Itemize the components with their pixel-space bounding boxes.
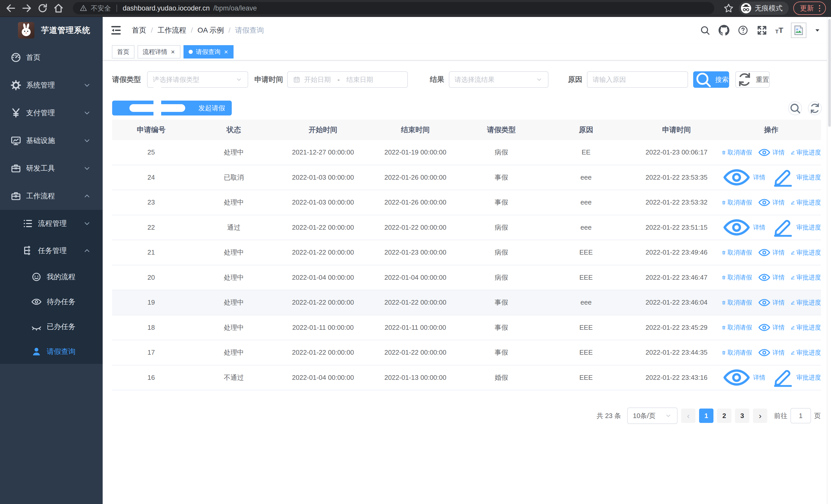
- sidebar-item-研发工具[interactable]: 研发工具: [0, 154, 103, 182]
- cancel-leave-link[interactable]: 取消请假: [721, 349, 752, 357]
- github-icon[interactable]: [718, 25, 729, 36]
- cancel-leave-link[interactable]: 取消请假: [721, 198, 752, 207]
- scrollbar-thumb[interactable]: [828, 19, 831, 127]
- approval-progress-link[interactable]: 审批进度: [791, 148, 821, 156]
- dashboard-icon: [10, 52, 22, 63]
- cell-apply-time: 2022-01-22 23:51:15: [632, 224, 721, 232]
- cancel-leave-link[interactable]: 取消请假: [721, 273, 752, 281]
- approval-progress-link[interactable]: 审批进度: [791, 198, 821, 207]
- browser-back-icon[interactable]: [5, 3, 17, 14]
- font-size-icon[interactable]: TT: [775, 26, 783, 35]
- detail-link[interactable]: 详情: [721, 362, 765, 393]
- detail-link[interactable]: 详情: [757, 321, 784, 334]
- approval-progress-link[interactable]: 审批进度: [791, 349, 821, 357]
- detail-link[interactable]: 详情: [757, 246, 784, 259]
- tab-close-icon[interactable]: ×: [224, 49, 228, 55]
- cell-apply-time: 2022-01-22 23:43:16: [632, 374, 721, 382]
- approval-progress-link[interactable]: 审批进度: [771, 215, 821, 239]
- tab-请假查询[interactable]: 请假查询×: [183, 45, 233, 59]
- detail-link[interactable]: 详情: [757, 271, 784, 284]
- user-menu-caret-icon[interactable]: [814, 27, 821, 34]
- breadcrumb-item[interactable]: OA 示例: [198, 25, 224, 35]
- sidebar-item-待办任务[interactable]: 待办任务: [0, 289, 103, 314]
- page-button-2[interactable]: 2: [717, 409, 732, 423]
- table-row: 21处理中2022-01-22 00:00:002022-01-23 00:00…: [112, 240, 821, 265]
- sidebar-item-请假查询[interactable]: 请假查询: [0, 339, 103, 364]
- avatar[interactable]: [791, 23, 806, 38]
- tab-流程详情[interactable]: 流程详情×: [138, 45, 180, 59]
- sidebar-collapse-icon[interactable]: [110, 24, 122, 36]
- tab-首页[interactable]: 首页: [112, 45, 135, 59]
- fullscreen-icon[interactable]: [756, 25, 768, 36]
- cell-start-time: 2022-01-04 00:00:00: [278, 374, 369, 382]
- briefcase-icon: [10, 190, 22, 202]
- goto-page-input[interactable]: [791, 408, 811, 423]
- apply-time-range-picker[interactable]: 开始日期 - 结束日期: [287, 71, 408, 88]
- cell-id: 20: [112, 273, 190, 281]
- trash-icon: [721, 275, 726, 280]
- reset-button[interactable]: 重置: [735, 71, 770, 88]
- sidebar-item-基础设施[interactable]: 基础设施: [0, 127, 103, 154]
- page-scrollbar[interactable]: [827, 17, 831, 504]
- cancel-leave-link[interactable]: 取消请假: [721, 148, 752, 156]
- browser-home-icon[interactable]: [53, 3, 64, 14]
- approval-progress-link[interactable]: 审批进度: [771, 165, 821, 189]
- tab-close-icon[interactable]: ×: [170, 49, 175, 55]
- sidebar-item-任务管理[interactable]: 任务管理: [0, 237, 103, 264]
- sidebar-item-我的流程[interactable]: 我的流程: [0, 264, 103, 289]
- result-select[interactable]: 请选择流结果: [449, 71, 548, 88]
- sidebar-item-首页[interactable]: 首页: [0, 43, 103, 71]
- column-header-申请编号: 申请编号: [112, 125, 190, 135]
- detail-link[interactable]: 详情: [757, 296, 784, 309]
- page-size-select[interactable]: 10条/页: [627, 408, 678, 424]
- app-logo-row[interactable]: 芋道管理系统: [0, 17, 103, 43]
- approval-progress-link[interactable]: 审批进度: [791, 248, 821, 257]
- apply-time-label: 申请时间: [254, 75, 283, 84]
- sidebar-item-工作流程[interactable]: 工作流程: [0, 182, 103, 210]
- approval-progress-link[interactable]: 审批进度: [791, 298, 821, 307]
- header-search-icon[interactable]: [699, 25, 711, 36]
- cancel-leave-link[interactable]: 取消请假: [721, 248, 752, 257]
- browser-reload-icon[interactable]: [37, 3, 48, 14]
- detail-link[interactable]: 详情: [721, 162, 765, 192]
- address-bar[interactable]: 不安全 dashboard.yudao.iocoder.cn/bpm/oa/le…: [73, 2, 714, 14]
- cell-actions: 详情审批进度: [721, 162, 821, 192]
- detail-link[interactable]: 详情: [757, 196, 784, 209]
- action-label: 审批进度: [796, 173, 821, 181]
- cancel-leave-link[interactable]: 取消请假: [721, 323, 752, 331]
- reason-input[interactable]: [593, 76, 682, 84]
- next-page-button[interactable]: ›: [753, 409, 767, 423]
- page-button-1[interactable]: 1: [699, 409, 713, 423]
- refresh-icon: [808, 102, 821, 115]
- breadcrumb-item[interactable]: 首页: [132, 25, 146, 35]
- pen-icon: [771, 165, 795, 189]
- detail-link[interactable]: 详情: [757, 146, 784, 159]
- prev-page-button[interactable]: ‹: [681, 409, 695, 423]
- create-leave-button[interactable]: 发起请假: [112, 100, 232, 116]
- detail-link[interactable]: 详情: [757, 346, 784, 359]
- browser-menu-icon[interactable]: [818, 5, 822, 11]
- search-button[interactable]: 搜索: [693, 71, 729, 88]
- approval-progress-link[interactable]: 审批进度: [791, 323, 821, 331]
- refresh-table-button[interactable]: [808, 101, 822, 115]
- toggle-search-button[interactable]: [788, 101, 802, 115]
- browser-update-button[interactable]: 更新: [793, 2, 826, 15]
- chev-up-icon: [83, 246, 91, 255]
- bookmark-star-icon[interactable]: [723, 3, 734, 14]
- browser-forward-icon[interactable]: [21, 3, 32, 14]
- action-label: 取消请假: [727, 349, 752, 357]
- table-row: 24已取消2022-01-03 00:00:002022-01-26 00:00…: [112, 165, 821, 190]
- breadcrumb-item[interactable]: 工作流程: [157, 25, 186, 35]
- sidebar-item-支付管理[interactable]: 支付管理: [0, 99, 103, 127]
- approval-progress-link[interactable]: 审批进度: [791, 273, 821, 281]
- sidebar-item-流程管理[interactable]: 流程管理: [0, 210, 103, 237]
- help-icon[interactable]: [737, 25, 749, 36]
- sidebar-item-系统管理[interactable]: 系统管理: [0, 71, 103, 99]
- sidebar-item-已办任务[interactable]: 已办任务: [0, 314, 103, 339]
- page-button-3[interactable]: 3: [735, 409, 749, 423]
- detail-link[interactable]: 详情: [721, 212, 765, 242]
- eye-open-icon: [757, 146, 771, 159]
- approval-progress-link[interactable]: 审批进度: [771, 365, 821, 390]
- pen-icon: [791, 325, 795, 330]
- cancel-leave-link[interactable]: 取消请假: [721, 298, 752, 307]
